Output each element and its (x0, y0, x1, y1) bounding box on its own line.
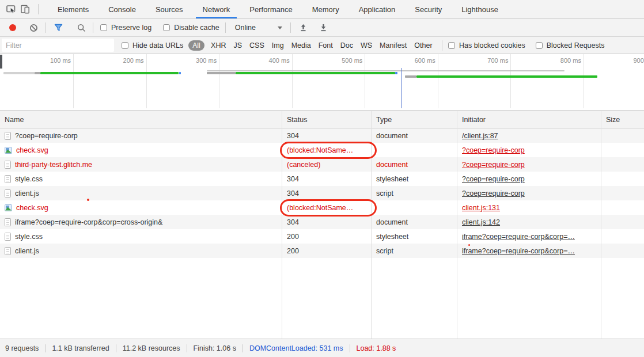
throttling-dropdown[interactable]: Online (232, 21, 285, 34)
tick-label: 100 ms (24, 57, 71, 64)
has-blocked-cookies-checkbox[interactable] (448, 42, 455, 49)
table-row[interactable]: check.svg (blocked:NotSame… ?coep=requir… (0, 143, 644, 157)
network-toolbar: Preserve log Disable cache Online (0, 19, 644, 37)
filter-type-img[interactable]: Img (272, 41, 284, 50)
table-row[interactable]: style.css 304 stylesheet ?coep=require-c… (0, 172, 644, 186)
status-text: 200 (287, 233, 299, 241)
column-header-type[interactable]: Type (371, 111, 457, 128)
overview-pane[interactable]: 100 ms200 ms300 ms400 ms500 ms600 ms700 … (0, 54, 644, 111)
table-row[interactable]: client.js 304 script ?coep=require-corp (0, 186, 644, 200)
device-toolbar-button[interactable] (18, 2, 32, 17)
filter-type-all[interactable]: All (188, 40, 204, 51)
preserve-log-checkbox[interactable] (100, 24, 107, 31)
document-file-icon (5, 132, 11, 140)
tab-sources[interactable]: Sources (146, 0, 193, 18)
table-row[interactable]: third-party-test.glitch.me (canceled) do… (0, 157, 644, 172)
tick-label: 600 ms (388, 57, 435, 64)
column-divider[interactable] (282, 111, 282, 339)
table-row[interactable]: style.css 200 stylesheet iframe?coep=req… (0, 229, 644, 244)
column-divider[interactable] (457, 111, 457, 339)
table-row[interactable]: ?coep=require-corp 304 document /client.… (0, 128, 644, 143)
initiator-link[interactable]: ?coep=require-corp (462, 146, 525, 154)
disable-cache-checkbox[interactable] (163, 24, 170, 31)
request-name: client.js (15, 247, 39, 255)
column-header-status[interactable]: Status (282, 111, 371, 128)
initiator-link[interactable]: /client.js:87 (462, 132, 498, 140)
initiator-cell: client.js:142 (457, 215, 601, 229)
tab-performance[interactable]: Performance (240, 0, 302, 18)
request-name: check.svg (16, 146, 48, 154)
overview-handle[interactable] (0, 55, 2, 69)
initiator-link[interactable]: client.js:131 (462, 204, 500, 212)
filter-type-ws[interactable]: WS (361, 41, 372, 50)
inspect-icon (6, 5, 17, 14)
type-cell (371, 200, 457, 215)
status-text: 200 (287, 247, 299, 255)
name-cell: ?coep=require-corp (0, 128, 282, 143)
filter-type-css[interactable]: CSS (249, 41, 264, 50)
filter-type-xhr[interactable]: XHR (211, 41, 226, 50)
search-icon (77, 24, 86, 32)
name-cell: client.js (0, 244, 282, 258)
import-har-icon (299, 23, 308, 32)
initiator-link[interactable]: ?coep=require-corp (462, 175, 525, 183)
clear-icon (29, 24, 38, 32)
filter-type-media[interactable]: Media (291, 41, 311, 50)
request-name: ?coep=require-corp (15, 132, 78, 140)
filter-icon (54, 24, 63, 32)
column-header-size[interactable]: Size (601, 111, 644, 128)
table-row[interactable]: client.js 200 script iframe?coep=require… (0, 244, 644, 258)
name-cell: check.svg (0, 200, 282, 215)
type-cell (371, 143, 457, 157)
import-har-button[interactable] (298, 21, 309, 34)
initiator-link[interactable]: client.js:142 (462, 218, 500, 226)
initiator-link[interactable]: ?coep=require-corp (462, 161, 525, 169)
initiator-cell: client.js:131 (457, 200, 601, 215)
tab-network[interactable]: Network (193, 0, 240, 18)
record-icon[interactable] (9, 24, 16, 31)
initiator-cell: ?coep=require-corp (457, 186, 601, 200)
initiator-cell: iframe?coep=require-corp&corp=… (457, 244, 601, 258)
filter-type-other[interactable]: Other (414, 41, 432, 50)
initiator-link[interactable]: iframe?coep=require-corp&corp=… (462, 233, 575, 241)
grid-line (292, 54, 293, 108)
status-cell: 200 (282, 229, 371, 244)
search-button[interactable] (75, 21, 87, 34)
waterfall-bar-segment (207, 70, 565, 71)
initiator-cell: ?coep=require-corp (457, 143, 601, 157)
clear-button[interactable] (28, 21, 39, 34)
tab-security[interactable]: Security (405, 0, 452, 18)
column-header-name[interactable]: Name (0, 111, 282, 128)
disable-cache-label: Disable cache (174, 24, 219, 32)
column-header-initiator[interactable]: Initiator (457, 111, 601, 128)
initiator-link[interactable]: iframe?coep=require-corp&corp=… (462, 247, 575, 255)
table-row[interactable]: iframe?coep=require-corp&corp=cross-orig… (0, 215, 644, 229)
filter-type-font[interactable]: Font (319, 41, 333, 50)
export-har-icon (319, 23, 328, 32)
tab-memory[interactable]: Memory (302, 0, 349, 18)
tab-console[interactable]: Console (99, 0, 146, 18)
size-cell (601, 143, 644, 157)
tab-lighthouse[interactable]: Lighthouse (452, 0, 508, 18)
filter-type-manifest[interactable]: Manifest (380, 41, 407, 50)
tab-application[interactable]: Application (349, 0, 406, 18)
summary-bar: 9 requests1.1 kB transferred11.2 kB reso… (0, 339, 644, 357)
filter-type-js[interactable]: JS (234, 41, 243, 50)
filter-input[interactable] (2, 39, 114, 52)
disable-cache-group: Disable cache (163, 24, 219, 32)
export-har-button[interactable] (318, 21, 329, 34)
column-divider[interactable] (601, 111, 601, 339)
document-file-icon (5, 175, 11, 183)
initiator-link[interactable]: ?coep=require-corp (462, 189, 525, 198)
status-text: 304 (287, 175, 299, 183)
inspect-element-button[interactable] (5, 2, 18, 17)
blocked-requests-checkbox[interactable] (536, 42, 543, 49)
filter-type-doc[interactable]: Doc (340, 41, 353, 50)
tab-elements[interactable]: Elements (48, 0, 99, 18)
column-divider[interactable] (371, 111, 372, 339)
table-row[interactable]: check.svg (blocked:NotSame… client.js:13… (0, 200, 644, 215)
hide-data-urls-checkbox[interactable] (122, 42, 128, 49)
type-cell: script (371, 186, 457, 200)
filter-button[interactable] (52, 21, 64, 34)
grid-line (584, 54, 584, 108)
